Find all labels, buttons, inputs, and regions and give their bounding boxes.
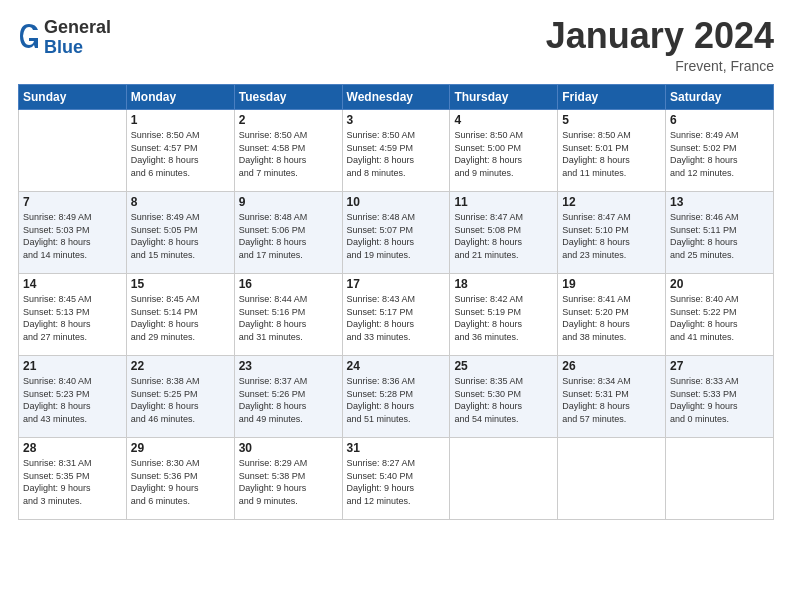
daylight-text2: and 12 minutes. <box>670 167 769 180</box>
logo: General Blue <box>18 18 111 58</box>
day-number: 30 <box>239 441 338 455</box>
sunset-text: Sunset: 5:06 PM <box>239 224 338 237</box>
daylight-text2: and 19 minutes. <box>347 249 446 262</box>
sunrise-text: Sunrise: 8:27 AM <box>347 457 446 470</box>
sunrise-text: Sunrise: 8:35 AM <box>454 375 553 388</box>
daylight-text2: and 29 minutes. <box>131 331 230 344</box>
daylight-text2: and 11 minutes. <box>562 167 661 180</box>
day-number: 29 <box>131 441 230 455</box>
cell-info: Sunrise: 8:44 AM Sunset: 5:16 PM Dayligh… <box>239 293 338 343</box>
daylight-text: Daylight: 9 hours <box>347 482 446 495</box>
daylight-text2: and 6 minutes. <box>131 495 230 508</box>
cell-info: Sunrise: 8:50 AM Sunset: 4:59 PM Dayligh… <box>347 129 446 179</box>
table-row: 28 Sunrise: 8:31 AM Sunset: 5:35 PM Dayl… <box>19 438 127 520</box>
col-monday: Monday <box>126 85 234 110</box>
daylight-text: Daylight: 8 hours <box>562 318 661 331</box>
daylight-text: Daylight: 8 hours <box>670 154 769 167</box>
sunset-text: Sunset: 5:05 PM <box>131 224 230 237</box>
daylight-text: Daylight: 8 hours <box>562 400 661 413</box>
table-row: 17 Sunrise: 8:43 AM Sunset: 5:17 PM Dayl… <box>342 274 450 356</box>
cell-info: Sunrise: 8:40 AM Sunset: 5:23 PM Dayligh… <box>23 375 122 425</box>
sunrise-text: Sunrise: 8:34 AM <box>562 375 661 388</box>
daylight-text: Daylight: 8 hours <box>239 318 338 331</box>
sunset-text: Sunset: 4:58 PM <box>239 142 338 155</box>
cell-info: Sunrise: 8:49 AM Sunset: 5:03 PM Dayligh… <box>23 211 122 261</box>
daylight-text2: and 46 minutes. <box>131 413 230 426</box>
table-row: 11 Sunrise: 8:47 AM Sunset: 5:08 PM Dayl… <box>450 192 558 274</box>
col-tuesday: Tuesday <box>234 85 342 110</box>
sunrise-text: Sunrise: 8:40 AM <box>670 293 769 306</box>
day-number: 18 <box>454 277 553 291</box>
sunset-text: Sunset: 5:35 PM <box>23 470 122 483</box>
sunset-text: Sunset: 5:25 PM <box>131 388 230 401</box>
sunset-text: Sunset: 5:19 PM <box>454 306 553 319</box>
header: General Blue January 2024 Frevent, Franc… <box>18 18 774 74</box>
day-number: 6 <box>670 113 769 127</box>
day-number: 31 <box>347 441 446 455</box>
logo-icon <box>18 22 40 50</box>
daylight-text: Daylight: 8 hours <box>562 154 661 167</box>
cell-info: Sunrise: 8:27 AM Sunset: 5:40 PM Dayligh… <box>347 457 446 507</box>
day-number: 20 <box>670 277 769 291</box>
day-number: 19 <box>562 277 661 291</box>
daylight-text2: and 33 minutes. <box>347 331 446 344</box>
sunrise-text: Sunrise: 8:48 AM <box>347 211 446 224</box>
table-row: 25 Sunrise: 8:35 AM Sunset: 5:30 PM Dayl… <box>450 356 558 438</box>
sunrise-text: Sunrise: 8:49 AM <box>131 211 230 224</box>
daylight-text2: and 43 minutes. <box>23 413 122 426</box>
sunset-text: Sunset: 5:28 PM <box>347 388 446 401</box>
cell-info: Sunrise: 8:47 AM Sunset: 5:10 PM Dayligh… <box>562 211 661 261</box>
sunset-text: Sunset: 5:33 PM <box>670 388 769 401</box>
col-wednesday: Wednesday <box>342 85 450 110</box>
table-row: 23 Sunrise: 8:37 AM Sunset: 5:26 PM Dayl… <box>234 356 342 438</box>
day-number: 26 <box>562 359 661 373</box>
sunset-text: Sunset: 5:16 PM <box>239 306 338 319</box>
calendar-week-row: 1 Sunrise: 8:50 AM Sunset: 4:57 PM Dayli… <box>19 110 774 192</box>
daylight-text2: and 21 minutes. <box>454 249 553 262</box>
table-row <box>666 438 774 520</box>
daylight-text2: and 23 minutes. <box>562 249 661 262</box>
daylight-text2: and 12 minutes. <box>347 495 446 508</box>
table-row: 8 Sunrise: 8:49 AM Sunset: 5:05 PM Dayli… <box>126 192 234 274</box>
day-number: 23 <box>239 359 338 373</box>
day-number: 7 <box>23 195 122 209</box>
table-row: 31 Sunrise: 8:27 AM Sunset: 5:40 PM Dayl… <box>342 438 450 520</box>
table-row: 29 Sunrise: 8:30 AM Sunset: 5:36 PM Dayl… <box>126 438 234 520</box>
calendar-week-row: 14 Sunrise: 8:45 AM Sunset: 5:13 PM Dayl… <box>19 274 774 356</box>
cell-info: Sunrise: 8:35 AM Sunset: 5:30 PM Dayligh… <box>454 375 553 425</box>
daylight-text2: and 49 minutes. <box>239 413 338 426</box>
sunrise-text: Sunrise: 8:42 AM <box>454 293 553 306</box>
daylight-text2: and 3 minutes. <box>23 495 122 508</box>
daylight-text2: and 57 minutes. <box>562 413 661 426</box>
day-number: 12 <box>562 195 661 209</box>
page: General Blue January 2024 Frevent, Franc… <box>0 0 792 612</box>
cell-info: Sunrise: 8:48 AM Sunset: 5:07 PM Dayligh… <box>347 211 446 261</box>
day-number: 16 <box>239 277 338 291</box>
cell-info: Sunrise: 8:42 AM Sunset: 5:19 PM Dayligh… <box>454 293 553 343</box>
table-row: 13 Sunrise: 8:46 AM Sunset: 5:11 PM Dayl… <box>666 192 774 274</box>
day-number: 2 <box>239 113 338 127</box>
day-number: 1 <box>131 113 230 127</box>
cell-info: Sunrise: 8:37 AM Sunset: 5:26 PM Dayligh… <box>239 375 338 425</box>
day-number: 21 <box>23 359 122 373</box>
sunset-text: Sunset: 5:02 PM <box>670 142 769 155</box>
daylight-text: Daylight: 8 hours <box>670 236 769 249</box>
daylight-text2: and 51 minutes. <box>347 413 446 426</box>
location: Frevent, France <box>546 58 774 74</box>
daylight-text2: and 14 minutes. <box>23 249 122 262</box>
title-block: January 2024 Frevent, France <box>546 18 774 74</box>
daylight-text2: and 41 minutes. <box>670 331 769 344</box>
col-thursday: Thursday <box>450 85 558 110</box>
daylight-text2: and 15 minutes. <box>131 249 230 262</box>
daylight-text: Daylight: 9 hours <box>131 482 230 495</box>
sunrise-text: Sunrise: 8:29 AM <box>239 457 338 470</box>
sunset-text: Sunset: 4:57 PM <box>131 142 230 155</box>
daylight-text: Daylight: 8 hours <box>239 400 338 413</box>
daylight-text: Daylight: 8 hours <box>347 318 446 331</box>
daylight-text: Daylight: 8 hours <box>131 154 230 167</box>
daylight-text: Daylight: 8 hours <box>347 154 446 167</box>
sunset-text: Sunset: 5:08 PM <box>454 224 553 237</box>
sunrise-text: Sunrise: 8:43 AM <box>347 293 446 306</box>
table-row: 2 Sunrise: 8:50 AM Sunset: 4:58 PM Dayli… <box>234 110 342 192</box>
day-number: 5 <box>562 113 661 127</box>
